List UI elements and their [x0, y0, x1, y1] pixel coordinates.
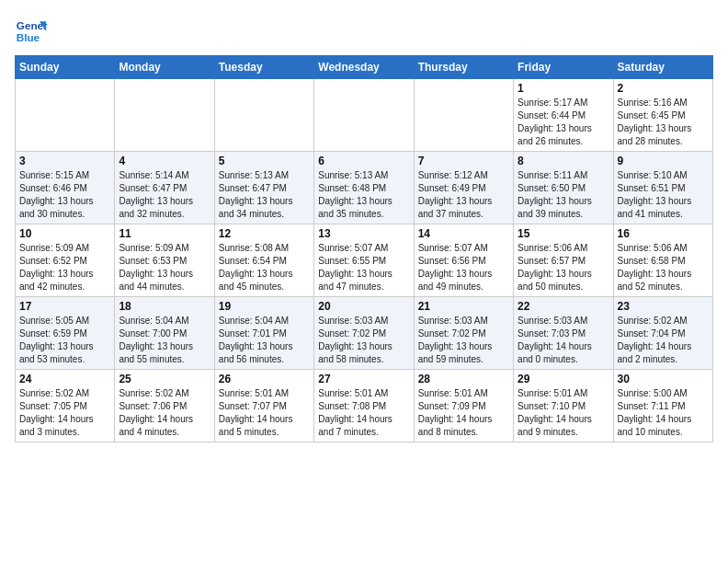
day-number: 30 [618, 373, 709, 385]
calendar-cell: 23Sunrise: 5:02 AM Sunset: 7:04 PM Dayli… [613, 297, 712, 370]
calendar-cell: 19Sunrise: 5:04 AM Sunset: 7:01 PM Dayli… [214, 297, 313, 370]
day-number: 5 [219, 155, 310, 167]
day-info: Sunrise: 5:13 AM Sunset: 6:48 PM Dayligh… [318, 169, 409, 221]
calendar-table: SundayMondayTuesdayWednesdayThursdayFrid… [15, 55, 713, 442]
day-info: Sunrise: 5:07 AM Sunset: 6:56 PM Dayligh… [418, 242, 509, 293]
calendar-cell: 28Sunrise: 5:01 AM Sunset: 7:09 PM Dayli… [414, 370, 513, 442]
calendar-cell: 1Sunrise: 5:17 AM Sunset: 6:44 PM Daylig… [514, 79, 613, 152]
calendar-week-row: 17Sunrise: 5:05 AM Sunset: 6:59 PM Dayli… [16, 297, 713, 370]
calendar-cell: 16Sunrise: 5:06 AM Sunset: 6:58 PM Dayli… [613, 224, 712, 297]
day-info: Sunrise: 5:02 AM Sunset: 7:06 PM Dayligh… [119, 387, 210, 439]
day-number: 29 [518, 373, 609, 385]
day-info: Sunrise: 5:06 AM Sunset: 6:58 PM Dayligh… [618, 242, 709, 293]
calendar-cell: 15Sunrise: 5:06 AM Sunset: 6:57 PM Dayli… [514, 224, 613, 297]
calendar-week-row: 1Sunrise: 5:17 AM Sunset: 6:44 PM Daylig… [16, 79, 713, 152]
day-info: Sunrise: 5:17 AM Sunset: 6:44 PM Dayligh… [518, 97, 609, 148]
day-number: 8 [518, 155, 609, 167]
calendar-header-row: SundayMondayTuesdayWednesdayThursdayFrid… [16, 56, 713, 79]
day-number: 26 [219, 373, 310, 385]
day-number: 20 [318, 300, 409, 313]
svg-text:Blue: Blue [17, 31, 40, 43]
day-info: Sunrise: 5:12 AM Sunset: 6:49 PM Dayligh… [418, 169, 509, 221]
day-info: Sunrise: 5:06 AM Sunset: 6:57 PM Dayligh… [518, 242, 609, 293]
calendar-cell: 6Sunrise: 5:13 AM Sunset: 6:48 PM Daylig… [314, 152, 414, 224]
page-header: General Blue [15, 15, 713, 48]
day-info: Sunrise: 5:00 AM Sunset: 7:11 PM Dayligh… [618, 387, 709, 439]
day-number: 1 [518, 82, 609, 95]
day-info: Sunrise: 5:13 AM Sunset: 6:47 PM Dayligh… [219, 169, 310, 221]
col-header-friday: Friday [514, 56, 613, 79]
day-number: 6 [318, 155, 409, 167]
day-number: 11 [119, 227, 210, 240]
day-number: 4 [119, 155, 210, 167]
day-number: 28 [418, 373, 509, 385]
day-info: Sunrise: 5:16 AM Sunset: 6:45 PM Dayligh… [618, 97, 709, 148]
calendar-week-row: 10Sunrise: 5:09 AM Sunset: 6:52 PM Dayli… [16, 224, 713, 297]
day-info: Sunrise: 5:09 AM Sunset: 6:53 PM Dayligh… [119, 242, 210, 293]
calendar-cell: 20Sunrise: 5:03 AM Sunset: 7:02 PM Dayli… [314, 297, 414, 370]
calendar-cell [314, 79, 414, 152]
calendar-cell: 13Sunrise: 5:07 AM Sunset: 6:55 PM Dayli… [314, 224, 414, 297]
day-info: Sunrise: 5:15 AM Sunset: 6:46 PM Dayligh… [19, 169, 110, 221]
day-number: 10 [19, 227, 110, 240]
col-header-tuesday: Tuesday [214, 56, 313, 79]
day-info: Sunrise: 5:01 AM Sunset: 7:10 PM Dayligh… [518, 387, 609, 439]
day-info: Sunrise: 5:09 AM Sunset: 6:52 PM Dayligh… [19, 242, 110, 293]
day-info: Sunrise: 5:11 AM Sunset: 6:50 PM Dayligh… [518, 169, 609, 221]
col-header-wednesday: Wednesday [314, 56, 414, 79]
calendar-cell: 8Sunrise: 5:11 AM Sunset: 6:50 PM Daylig… [514, 152, 613, 224]
logo: General Blue [15, 15, 53, 48]
calendar-cell: 2Sunrise: 5:16 AM Sunset: 6:45 PM Daylig… [613, 79, 712, 152]
day-number: 18 [119, 300, 210, 313]
calendar-cell [414, 79, 513, 152]
logo-icon: General Blue [15, 15, 48, 48]
calendar-cell: 7Sunrise: 5:12 AM Sunset: 6:49 PM Daylig… [414, 152, 513, 224]
col-header-monday: Monday [115, 56, 214, 79]
day-info: Sunrise: 5:05 AM Sunset: 6:59 PM Dayligh… [19, 315, 110, 366]
col-header-thursday: Thursday [414, 56, 513, 79]
day-number: 7 [418, 155, 509, 167]
day-info: Sunrise: 5:04 AM Sunset: 7:00 PM Dayligh… [119, 315, 210, 366]
calendar-cell: 27Sunrise: 5:01 AM Sunset: 7:08 PM Dayli… [314, 370, 414, 442]
calendar-week-row: 24Sunrise: 5:02 AM Sunset: 7:05 PM Dayli… [16, 370, 713, 442]
day-info: Sunrise: 5:07 AM Sunset: 6:55 PM Dayligh… [318, 242, 409, 293]
day-number: 27 [318, 373, 409, 385]
day-info: Sunrise: 5:03 AM Sunset: 7:02 PM Dayligh… [418, 315, 509, 366]
calendar-cell [214, 79, 313, 152]
calendar-cell: 14Sunrise: 5:07 AM Sunset: 6:56 PM Dayli… [414, 224, 513, 297]
calendar-cell: 25Sunrise: 5:02 AM Sunset: 7:06 PM Dayli… [115, 370, 214, 442]
calendar-cell: 9Sunrise: 5:10 AM Sunset: 6:51 PM Daylig… [613, 152, 712, 224]
day-number: 23 [618, 300, 709, 313]
day-number: 21 [418, 300, 509, 313]
day-number: 17 [19, 300, 110, 313]
day-number: 14 [418, 227, 509, 240]
day-info: Sunrise: 5:02 AM Sunset: 7:04 PM Dayligh… [618, 315, 709, 366]
calendar-cell: 29Sunrise: 5:01 AM Sunset: 7:10 PM Dayli… [514, 370, 613, 442]
calendar-cell: 24Sunrise: 5:02 AM Sunset: 7:05 PM Dayli… [16, 370, 115, 442]
day-info: Sunrise: 5:10 AM Sunset: 6:51 PM Dayligh… [618, 169, 709, 221]
calendar-cell: 3Sunrise: 5:15 AM Sunset: 6:46 PM Daylig… [16, 152, 115, 224]
day-info: Sunrise: 5:01 AM Sunset: 7:07 PM Dayligh… [219, 387, 310, 439]
calendar-cell: 30Sunrise: 5:00 AM Sunset: 7:11 PM Dayli… [613, 370, 712, 442]
calendar-cell: 22Sunrise: 5:03 AM Sunset: 7:03 PM Dayli… [514, 297, 613, 370]
day-number: 9 [618, 155, 709, 167]
day-number: 19 [219, 300, 310, 313]
day-info: Sunrise: 5:01 AM Sunset: 7:08 PM Dayligh… [318, 387, 409, 439]
day-number: 13 [318, 227, 409, 240]
calendar-cell [16, 79, 115, 152]
calendar-cell: 18Sunrise: 5:04 AM Sunset: 7:00 PM Dayli… [115, 297, 214, 370]
day-number: 2 [618, 82, 709, 95]
day-info: Sunrise: 5:03 AM Sunset: 7:03 PM Dayligh… [518, 315, 609, 366]
calendar-cell [115, 79, 214, 152]
day-info: Sunrise: 5:14 AM Sunset: 6:47 PM Dayligh… [119, 169, 210, 221]
calendar-cell: 10Sunrise: 5:09 AM Sunset: 6:52 PM Dayli… [16, 224, 115, 297]
col-header-saturday: Saturday [613, 56, 712, 79]
calendar-cell: 26Sunrise: 5:01 AM Sunset: 7:07 PM Dayli… [214, 370, 313, 442]
day-number: 24 [19, 373, 110, 385]
day-info: Sunrise: 5:04 AM Sunset: 7:01 PM Dayligh… [219, 315, 310, 366]
calendar-cell: 5Sunrise: 5:13 AM Sunset: 6:47 PM Daylig… [214, 152, 313, 224]
day-number: 22 [518, 300, 609, 313]
day-number: 16 [618, 227, 709, 240]
calendar-cell: 17Sunrise: 5:05 AM Sunset: 6:59 PM Dayli… [16, 297, 115, 370]
day-info: Sunrise: 5:01 AM Sunset: 7:09 PM Dayligh… [418, 387, 509, 439]
